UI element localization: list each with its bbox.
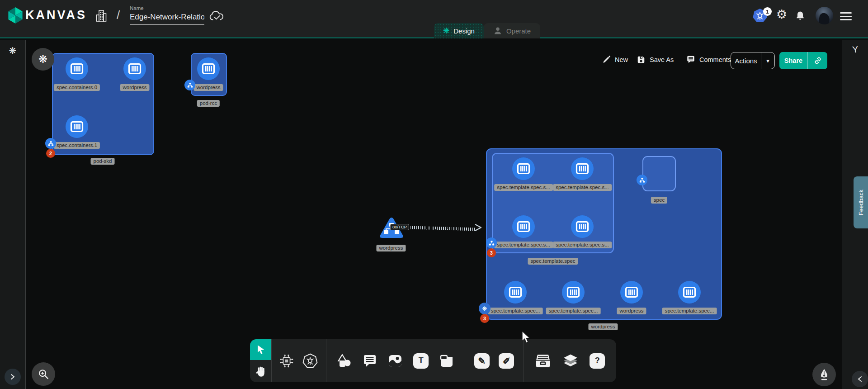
- feedback-tab[interactable]: Feedback: [854, 176, 868, 228]
- cloud-save-status-icon: [209, 10, 224, 23]
- node-label: spec.template.spec...: [488, 308, 543, 314]
- comments-button[interactable]: Comments: [686, 55, 731, 64]
- freehand-draw-tool[interactable]: ✐: [499, 353, 514, 369]
- collapse-right-panel-button[interactable]: [852, 371, 868, 387]
- magnifier-plus-icon: [38, 368, 49, 380]
- kubernetes-context-count-badge[interactable]: 1: [763, 7, 772, 16]
- new-pencil-icon: [602, 55, 611, 64]
- service-to-deployment-edge[interactable]: [404, 226, 475, 231]
- user-avatar[interactable]: [816, 7, 833, 24]
- design-tab-label: Design: [453, 27, 475, 35]
- settings-gear-icon[interactable]: ⚙: [776, 9, 787, 21]
- group-hierarchy-icon[interactable]: [486, 237, 497, 248]
- help-glyph: ?: [590, 353, 605, 369]
- select-tool[interactable]: [250, 339, 271, 360]
- brand-name: KANVAS: [25, 8, 87, 22]
- container-icon: [70, 63, 84, 75]
- note-tool[interactable]: [439, 353, 454, 369]
- node-spec-containers-1[interactable]: [66, 115, 88, 138]
- node-spec-template-spec-0[interactable]: [512, 157, 535, 180]
- group-issue-badge[interactable]: 3: [480, 314, 489, 323]
- design-tab-flower-icon: ❋: [443, 27, 449, 35]
- share-button[interactable]: Share: [779, 52, 827, 69]
- save-as-button[interactable]: Save As: [637, 55, 674, 64]
- node-label: spec.template.spec.s...: [553, 184, 612, 191]
- collapsed-node-spiral-icon: ❋: [38, 53, 47, 66]
- node-spec-template-spec-4[interactable]: [504, 281, 527, 304]
- actions-caret-down-icon[interactable]: ▾: [761, 57, 774, 64]
- note-tab-icon: [439, 353, 454, 369]
- kubernetes-tool[interactable]: [302, 353, 318, 369]
- container-icon: [683, 286, 696, 298]
- group-hierarchy-icon[interactable]: [637, 175, 647, 185]
- saved-components-drawer-tool[interactable]: [535, 353, 551, 369]
- container-icon: [128, 63, 142, 75]
- container-icon: [509, 286, 522, 298]
- node-spec[interactable]: [642, 156, 676, 191]
- layers-tool[interactable]: [562, 353, 579, 369]
- group-issue-badge[interactable]: 2: [46, 149, 55, 158]
- share-button-label: Share: [779, 57, 807, 64]
- container-icon: [625, 286, 638, 298]
- notifications-bell-icon[interactable]: [795, 9, 806, 22]
- actions-button-divider: [761, 52, 761, 69]
- feedback-tab-label: Feedback: [858, 190, 864, 215]
- help-tool[interactable]: ?: [590, 353, 605, 369]
- group-spec-template-spec[interactable]: [492, 153, 614, 253]
- node-spec-template-spec-5[interactable]: [562, 281, 585, 304]
- organization-icon[interactable]: [96, 9, 107, 23]
- node-spec-template-spec-6[interactable]: [678, 281, 701, 304]
- edge-arrowhead-icon: [474, 223, 483, 232]
- left-sidebar: ❋: [0, 40, 26, 389]
- node-label: spec: [651, 197, 667, 204]
- shapes-tool[interactable]: [336, 353, 352, 369]
- node-label: wordpress: [617, 308, 646, 314]
- container-icon: [202, 63, 215, 75]
- actions-dropdown-button[interactable]: Actions ▾: [731, 52, 775, 69]
- comments-button-label: Comments: [699, 56, 731, 63]
- collapsed-group-node[interactable]: ❋: [32, 48, 54, 71]
- operate-person-icon: [493, 26, 502, 35]
- zoom-search-button[interactable]: [32, 362, 55, 386]
- group-hierarchy-icon[interactable]: [184, 80, 195, 90]
- tab-operate[interactable]: Operate: [484, 23, 540, 38]
- expand-left-panel-button[interactable]: [5, 369, 21, 385]
- node-spec-template-spec-2[interactable]: [512, 215, 535, 238]
- group-hierarchy-icon[interactable]: [45, 138, 56, 149]
- container-icon: [70, 121, 84, 133]
- hand-icon: [255, 365, 266, 377]
- right-panel-y-icon[interactable]: Y: [848, 43, 863, 55]
- node-wordpress-pod-skd[interactable]: [123, 57, 146, 80]
- tab-design[interactable]: ❋ Design: [434, 23, 484, 38]
- group-issue-badge[interactable]: 3: [487, 248, 496, 257]
- layers-icon: [562, 353, 579, 369]
- share-link-icon[interactable]: [814, 57, 822, 65]
- freehand-pen-glyph: ✐: [503, 356, 510, 366]
- image-tool[interactable]: [387, 353, 403, 369]
- node-wordpress-pod-rcc[interactable]: [197, 57, 220, 80]
- group-label: pod-rcc: [197, 100, 220, 107]
- node-label: spec.containers.0: [54, 84, 100, 91]
- node-spec-template-spec-3[interactable]: [571, 215, 594, 238]
- node-wordpress-container[interactable]: [620, 281, 643, 304]
- kanvas-logo-icon[interactable]: [6, 6, 24, 24]
- node-label: spec.template.spec...: [546, 308, 601, 314]
- node-spec-containers-0[interactable]: [66, 57, 88, 80]
- component-chip-tool[interactable]: [279, 353, 294, 369]
- group-meshery-icon[interactable]: ❋: [479, 303, 491, 314]
- meshery-spiral-icon[interactable]: ❋: [6, 45, 19, 56]
- new-button[interactable]: New: [602, 55, 628, 64]
- pan-tool[interactable]: [250, 360, 271, 382]
- edge-pen-tool[interactable]: ✎: [474, 353, 490, 369]
- design-name-input[interactable]: [130, 13, 204, 25]
- actions-button-label: Actions: [731, 57, 761, 65]
- comment-tool[interactable]: [362, 353, 377, 369]
- pen-mode-button[interactable]: [812, 363, 836, 386]
- text-tool[interactable]: T: [413, 353, 429, 369]
- image-icon: [387, 353, 403, 369]
- group-label: wordpress: [588, 323, 618, 330]
- menu-hamburger-icon[interactable]: [840, 12, 852, 23]
- drawer-icon: [535, 353, 551, 369]
- node-spec-template-spec-1[interactable]: [571, 157, 594, 180]
- node-label: spec.template.spec.s...: [494, 242, 553, 248]
